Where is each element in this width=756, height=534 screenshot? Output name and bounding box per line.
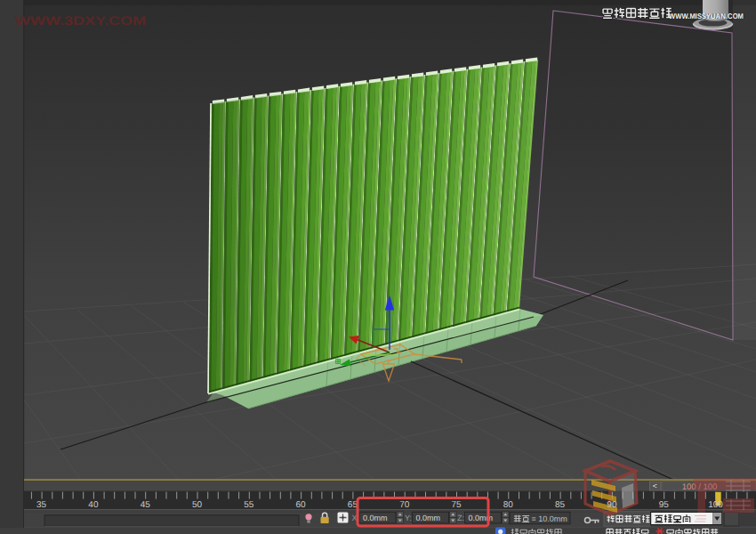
- svg-text:85: 85: [555, 500, 566, 510]
- svg-text:100: 100: [708, 500, 723, 510]
- svg-text:40: 40: [88, 500, 99, 510]
- svg-text:50: 50: [192, 500, 203, 510]
- svg-text:70: 70: [399, 500, 410, 510]
- svg-text:<: <: [653, 481, 657, 490]
- svg-text:35: 35: [36, 500, 47, 510]
- svg-text:80: 80: [503, 500, 514, 510]
- svg-text:90: 90: [607, 500, 617, 510]
- svg-text:Y:: Y:: [405, 514, 412, 522]
- svg-text:WWW.MISSYUAN.COM: WWW.MISSYUAN.COM: [669, 12, 744, 20]
- svg-text:= 10.0mm: = 10.0mm: [532, 514, 567, 523]
- svg-text:75: 75: [451, 500, 462, 510]
- svg-text:0.0mm: 0.0mm: [363, 514, 388, 522]
- svg-text:WWW.3DXY.COM: WWW.3DXY.COM: [15, 13, 146, 28]
- svg-text:55: 55: [244, 500, 254, 510]
- svg-text:95: 95: [659, 500, 670, 510]
- svg-text:0.0mm: 0.0mm: [416, 514, 441, 522]
- svg-text:60: 60: [296, 500, 307, 510]
- svg-text:Z:: Z:: [457, 514, 464, 522]
- svg-text:45: 45: [141, 500, 151, 510]
